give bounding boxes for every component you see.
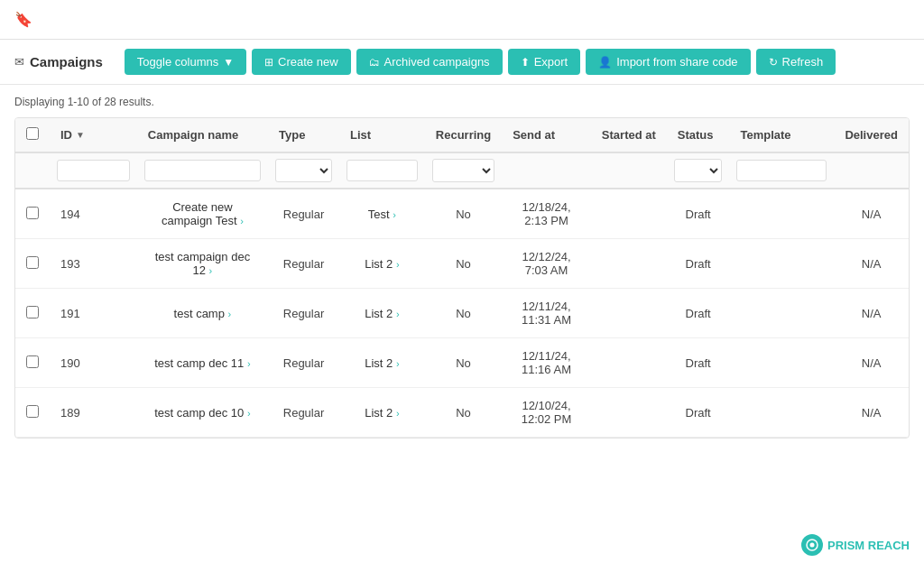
sort-icon: ▼: [76, 130, 85, 140]
row-delivered: N/A: [834, 388, 909, 438]
row-started-at: [591, 388, 667, 438]
export-label: Export: [534, 55, 568, 69]
filter-template-cell[interactable]: [729, 152, 834, 189]
row-checkbox-cell[interactable]: [15, 388, 50, 438]
row-campaign-name[interactable]: Create new campaign Test ›: [137, 189, 268, 239]
row-delivered: N/A: [834, 338, 909, 388]
name-filter-input[interactable]: [144, 160, 261, 181]
row-id: 194: [50, 189, 137, 239]
row-started-at: [591, 289, 667, 338]
row-list[interactable]: List 2 ›: [339, 289, 425, 338]
top-bar: 🔖: [0, 0, 924, 40]
archive-icon: 🗂: [369, 56, 380, 69]
campaign-name-link[interactable]: test campaign dec 12 ›: [155, 250, 251, 277]
filter-recurring-cell[interactable]: Yes No: [425, 152, 502, 189]
filter-type-cell[interactable]: Regular: [268, 152, 339, 189]
row-checkbox-cell[interactable]: [15, 289, 50, 338]
template-column-header: Template: [729, 118, 834, 152]
row-checkbox[interactable]: [26, 405, 39, 418]
filter-id-cell[interactable]: [50, 152, 137, 189]
plus-icon: ⊞: [264, 56, 273, 69]
row-list[interactable]: Test ›: [339, 189, 425, 239]
row-list[interactable]: List 2 ›: [339, 239, 425, 289]
list-filter-input[interactable]: [346, 160, 418, 181]
campaigns-tbody: 194Create new campaign Test ›RegularTest…: [15, 189, 909, 438]
row-send-at: 12/10/24, 12:02 PM: [502, 388, 591, 438]
list-arrow-icon: ›: [396, 408, 400, 419]
export-icon: ⬆: [521, 56, 530, 69]
status-filter-select[interactable]: Draft Sent: [674, 159, 723, 182]
row-started-at: [591, 239, 667, 289]
filter-status-cell[interactable]: Draft Sent: [667, 152, 730, 189]
chevron-down-icon: ▼: [223, 56, 234, 69]
campaign-name-link[interactable]: test camp ›: [174, 307, 232, 320]
id-filter-input[interactable]: [57, 160, 130, 181]
import-share-code-label: Import from share code: [616, 55, 737, 69]
create-new-button[interactable]: ⊞ Create new: [252, 49, 350, 75]
campaign-name-column-header: Campaign name: [137, 118, 268, 152]
id-column-header[interactable]: ID ▼: [50, 118, 137, 152]
campaign-name-link[interactable]: Create new campaign Test ›: [162, 200, 244, 227]
row-checkbox-cell[interactable]: [15, 338, 50, 388]
send-at-label: Send at: [513, 128, 555, 142]
toggle-columns-button[interactable]: Toggle columns ▼: [125, 49, 246, 75]
row-status: Draft: [667, 189, 730, 239]
row-delivered: N/A: [834, 289, 909, 338]
row-list[interactable]: List 2 ›: [339, 338, 425, 388]
filter-name-cell[interactable]: [137, 152, 268, 189]
row-type: Regular: [268, 338, 339, 388]
list-arrow-icon: ›: [396, 259, 400, 270]
row-campaign-name[interactable]: test camp dec 11 ›: [137, 338, 268, 388]
template-filter-input[interactable]: [736, 160, 827, 181]
campaign-name-link[interactable]: test camp dec 11 ›: [154, 356, 250, 370]
refresh-button[interactable]: ↻ Refresh: [756, 49, 836, 75]
row-checkbox[interactable]: [26, 207, 39, 219]
toggle-columns-label: Toggle columns: [137, 55, 218, 69]
row-recurring: No: [425, 388, 502, 438]
list-link[interactable]: Test ›: [368, 208, 396, 221]
row-template: [729, 338, 834, 388]
list-link[interactable]: List 2 ›: [365, 257, 399, 271]
type-column-header: Type: [268, 118, 339, 152]
row-campaign-name[interactable]: test camp dec 10 ›: [137, 388, 268, 438]
export-button[interactable]: ⬆ Export: [508, 49, 581, 75]
table-row: 191test camp ›RegularList 2 ›No12/11/24,…: [15, 289, 909, 338]
envelope-icon: ✉: [14, 55, 24, 69]
row-checkbox[interactable]: [26, 256, 39, 269]
type-label: Type: [279, 128, 305, 142]
recurring-filter-select[interactable]: Yes No: [432, 159, 494, 182]
list-column-header: List: [339, 118, 425, 152]
row-campaign-name[interactable]: test camp ›: [137, 289, 268, 338]
id-column-label: ID: [60, 128, 72, 142]
delivered-label: Delivered: [845, 128, 898, 142]
filter-list-cell[interactable]: [339, 152, 425, 189]
row-started-at: [591, 189, 667, 239]
results-info: Displaying 1-10 of 28 results.: [14, 96, 910, 108]
row-checkbox[interactable]: [26, 355, 39, 368]
template-label: Template: [740, 128, 790, 142]
select-all-checkbox[interactable]: [26, 127, 39, 140]
list-link[interactable]: List 2 ›: [365, 356, 399, 370]
row-checkbox-cell[interactable]: [15, 189, 50, 239]
row-status: Draft: [667, 388, 730, 438]
archived-campaigns-label: Archived campaigns: [384, 55, 490, 69]
row-campaign-name[interactable]: test campaign dec 12 ›: [137, 239, 268, 289]
main-content: Displaying 1-10 of 28 results. ID ▼ Camp…: [0, 85, 924, 449]
row-checkbox-cell[interactable]: [15, 239, 50, 289]
page-title: Campaigns: [30, 54, 103, 69]
archived-campaigns-button[interactable]: 🗂 Archived campaigns: [356, 49, 503, 75]
select-all-header[interactable]: [15, 118, 50, 152]
row-list[interactable]: List 2 ›: [339, 388, 425, 438]
campaign-name-link[interactable]: test camp dec 10 ›: [154, 406, 250, 420]
list-arrow-icon: ›: [396, 358, 400, 369]
row-id: 190: [50, 338, 137, 388]
row-id: 191: [50, 289, 137, 338]
row-checkbox[interactable]: [26, 306, 39, 318]
recurring-label: Recurring: [436, 128, 491, 142]
list-link[interactable]: List 2 ›: [365, 307, 399, 320]
type-filter-select[interactable]: Regular: [275, 159, 332, 182]
list-link[interactable]: List 2 ›: [365, 406, 399, 420]
row-template: [729, 239, 834, 289]
import-share-code-button[interactable]: 👤 Import from share code: [586, 49, 750, 75]
list-arrow-icon: ›: [396, 309, 400, 319]
